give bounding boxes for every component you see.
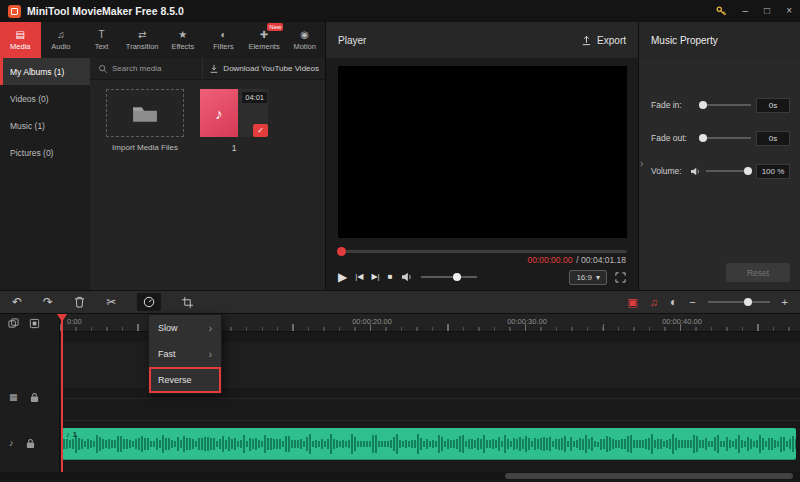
app-logo-icon [8,5,21,18]
stacked-squares-icon-1[interactable] [8,318,19,329]
aspect-ratio-dropdown[interactable]: 16:9 ▾ [569,270,607,285]
titlebar: MiniTool MovieMaker Free 8.5.0 – □ × [0,0,800,22]
tab-filters[interactable]: ◐ Filters [203,22,244,58]
playhead[interactable] [61,314,63,472]
track-divider [60,398,800,399]
play-button[interactable]: ▶ [338,271,347,283]
license-key-icon[interactable] [715,5,727,17]
search-input[interactable]: Search media [90,64,202,74]
app-title: MiniTool MovieMaker Free 8.5.0 [27,5,184,17]
search-placeholder: Search media [112,64,161,73]
zoom-in-button[interactable]: + [782,296,788,308]
seek-track[interactable] [338,250,627,253]
next-frame-button[interactable]: ▶| [371,273,379,281]
export-button[interactable]: Export [581,35,626,46]
contrast-icon[interactable]: ◐ [670,296,677,308]
speaker-icon[interactable] [401,272,413,282]
volume-row: Volume: 100 % [651,164,790,178]
timeline-zoom-knob[interactable] [744,298,752,306]
music-volume-slider[interactable] [706,170,751,172]
player-panel: 00:00:00.00 / 00:04:01.18 ▶ |◀ ▶| ■ 16:9… [325,58,638,290]
fade-out-value[interactable]: 0s [756,131,790,146]
tab-filters-label: Filters [213,42,233,51]
sidebar-item-my-albums[interactable]: My Albums (1) [0,58,90,85]
window-controls: – □ × [715,5,792,17]
seek-handle[interactable] [337,247,346,256]
chevron-down-icon: ▾ [596,273,600,282]
collapse-panel-icon[interactable]: › [640,158,643,169]
download-youtube-link[interactable]: Download YouTube Videos [202,58,325,79]
menu-item-slow[interactable]: Slow › [149,315,221,341]
volume-value[interactable]: 100 % [756,164,790,179]
redo-button[interactable]: ↷ [43,296,53,308]
fade-out-slider[interactable] [700,137,751,139]
music-volume-knob[interactable] [744,167,752,175]
music-property-title: Music Property [651,35,718,46]
time-display: 00:00:00.00 / 00:04:01.18 [527,255,626,265]
split-button[interactable]: ✂ [106,296,116,308]
fade-in-knob[interactable] [699,101,707,109]
track-tools [0,314,59,329]
video-preview[interactable] [338,66,627,238]
tab-elements[interactable]: New ✚ Elements [244,22,285,58]
volume-knob[interactable] [453,273,461,281]
ruler-start-label: 0:00 [67,317,82,326]
menu-item-fast[interactable]: Fast › [149,341,221,367]
track-header-gutter: ▦ ♪ [0,314,60,472]
media-clip-card[interactable]: ♪ 04:01 ✓ [200,89,268,137]
stacked-squares-icon-2[interactable] [29,318,40,329]
red-music-icon[interactable]: ♫ [650,296,658,308]
timeline-toolbar: ↶ ↷ ✂ ▣ ♫ ◐ − + [0,290,800,314]
menu-item-reverse[interactable]: Reverse [149,367,221,393]
tab-media[interactable]: ▤ Media [0,22,41,58]
delete-button[interactable] [74,296,85,308]
motion-icon: ◉ [300,30,309,40]
undo-button[interactable]: ↶ [12,296,22,308]
timeline-zoom-slider[interactable] [708,301,770,303]
tab-audio-label: Audio [51,42,70,51]
sidebar-item-music[interactable]: Music (1) [0,112,90,139]
tab-motion[interactable]: ◉ Motion [284,22,325,58]
speed-button[interactable] [137,293,161,311]
volume-label: Volume: [651,166,685,176]
aspect-ratio-value: 16:9 [576,273,592,282]
crop-button[interactable] [182,297,193,308]
total-time: / 00:04:01.18 [576,255,626,265]
maximize-button[interactable]: □ [764,6,770,16]
red-film-icon[interactable]: ▣ [627,296,637,309]
library-sidebar: My Albums (1) Videos (0) Music (1) Pictu… [0,58,90,290]
media-library: My Albums (1) Videos (0) Music (1) Pictu… [0,58,325,290]
tab-audio[interactable]: ♫ Audio [41,22,82,58]
sidebar-item-pictures[interactable]: Pictures (0) [0,139,90,166]
zoom-out-button[interactable]: − [689,296,695,308]
fullscreen-icon[interactable] [615,272,626,283]
tab-transition[interactable]: ⇄ Transition [122,22,163,58]
audio-track-icon[interactable]: ♪ [9,439,14,448]
previous-frame-button[interactable]: |◀ [355,273,363,281]
import-media-button[interactable] [106,89,184,137]
clip-selected-check-icon: ✓ [253,124,268,137]
fade-in-value[interactable]: 0s [756,98,790,113]
reset-button[interactable]: Reset [726,263,790,282]
stop-button[interactable]: ■ [388,273,393,281]
new-badge: New [267,23,283,31]
lock-icon[interactable] [30,392,39,403]
volume-slider[interactable] [421,276,477,278]
sidebar-item-videos[interactable]: Videos (0) [0,85,90,112]
tab-effects[interactable]: ★ Effects [163,22,204,58]
video-track-icon[interactable]: ▦ [9,393,18,402]
sidebar-item-label: Videos (0) [10,94,49,104]
horizontal-scrollbar[interactable] [0,472,800,480]
minimize-button[interactable]: – [743,6,749,16]
toolbar-right-group: ▣ ♫ ◐ − + [627,296,788,309]
close-button[interactable]: × [786,6,792,16]
submenu-arrow-icon: › [209,349,212,360]
fade-in-slider[interactable] [700,104,751,106]
lock-icon[interactable] [26,438,35,449]
audio-clip[interactable]: ♪ 1 [62,428,796,460]
fade-out-knob[interactable] [699,134,707,142]
tab-text[interactable]: T Text [81,22,122,58]
fade-in-label: Fade in: [651,100,695,110]
scrollbar-handle[interactable] [505,473,793,479]
clip-duration: 04:01 [242,92,267,103]
